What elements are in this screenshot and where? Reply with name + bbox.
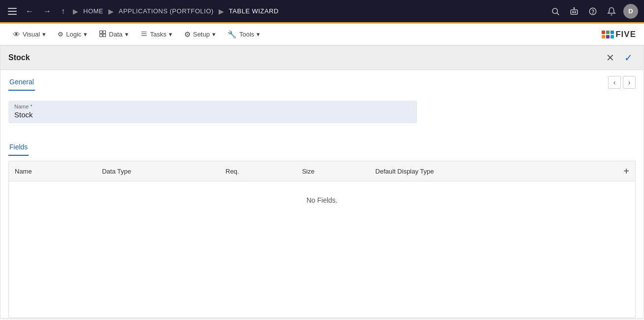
logo-dot-2	[606, 31, 610, 34]
name-field-label: Name *	[14, 104, 411, 109]
breadcrumb-home[interactable]: HOME	[83, 7, 103, 15]
breadcrumb-separator-3: ▶	[219, 7, 224, 15]
logo-dot-6	[611, 35, 614, 38]
logo-dot-4	[602, 35, 605, 38]
form-panel-title: Stock	[8, 53, 30, 62]
hamburger-menu[interactable]	[6, 6, 19, 17]
svg-rect-11	[103, 34, 106, 36]
search-icon[interactable]	[548, 4, 562, 18]
svg-rect-9	[103, 31, 106, 33]
tools-icon: 🔧	[227, 30, 237, 39]
name-field: Name *	[8, 101, 417, 123]
form-panel-header: Stock ✕ ✓	[0, 46, 644, 70]
toolbar-logic-label: Logic	[66, 31, 81, 38]
toolbar-tasks[interactable]: Tasks ▾	[135, 27, 177, 42]
breadcrumb-separator-2: ▶	[108, 7, 114, 15]
svg-rect-8	[100, 31, 102, 33]
logo-dot-1	[602, 31, 605, 34]
svg-point-7	[593, 13, 593, 13]
toolbar-setup[interactable]: ⚙ Setup ▾	[179, 27, 221, 42]
data-icon	[99, 30, 106, 39]
no-fields-row: No Fields.	[9, 181, 635, 219]
five-logo: FIVE	[602, 30, 636, 39]
fields-table-wrapper: Name Data Type Req. Size Default Display…	[8, 161, 636, 318]
tabs-row: General ‹ ›	[0, 70, 644, 91]
col-add: +	[582, 161, 635, 181]
fields-section: Fields Name Data Type Req. Size Default …	[0, 131, 644, 318]
svg-point-0	[552, 8, 558, 14]
toolbar-tasks-label: Tasks	[150, 31, 166, 38]
logo-dot-5	[606, 35, 610, 38]
form-panel-actions: ✕ ✓	[603, 51, 636, 65]
svg-line-1	[557, 13, 559, 15]
confirm-button[interactable]: ✓	[621, 51, 636, 65]
toolbar-tools[interactable]: 🔧 Tools ▾	[223, 27, 265, 42]
tab-prev-button[interactable]: ‹	[608, 76, 621, 89]
form-tabs: General	[8, 74, 45, 91]
toolbar-logic[interactable]: ⚙ Logic ▾	[53, 28, 92, 41]
name-input[interactable]	[14, 110, 411, 119]
top-navigation: ← → ↑ ▶ HOME ▶ APPLICATIONS (PORTFOLIO) …	[0, 0, 644, 24]
tools-dropdown-icon: ▾	[257, 31, 260, 38]
toolbar-data[interactable]: Data ▾	[94, 27, 133, 42]
add-field-button[interactable]: +	[623, 166, 629, 176]
col-size: Size	[296, 161, 369, 181]
col-req: Req.	[220, 161, 296, 181]
tab-next-button[interactable]: ›	[623, 76, 636, 89]
tab-nav-arrows: ‹ ›	[608, 76, 636, 89]
content-area: Stock ✕ ✓ General ‹ › Name *	[0, 45, 644, 319]
eye-icon: 👁	[13, 30, 20, 38]
visual-dropdown-icon: ▾	[42, 31, 46, 38]
help-icon[interactable]	[586, 4, 600, 18]
setup-icon: ⚙	[184, 30, 191, 39]
user-avatar[interactable]: D	[623, 4, 638, 19]
toolbar-visual[interactable]: 👁 Visual ▾	[8, 27, 51, 41]
setup-dropdown-icon: ▾	[212, 31, 216, 38]
fields-table-header: Name Data Type Req. Size Default Display…	[9, 161, 635, 181]
toolbar-visual-label: Visual	[23, 31, 40, 38]
tab-general[interactable]: General	[8, 74, 35, 91]
fields-table-body: No Fields.	[9, 181, 635, 318]
toolbar-setup-label: Setup	[193, 31, 210, 38]
nav-right: D	[548, 4, 638, 19]
form-panel: Stock ✕ ✓ General ‹ › Name *	[0, 45, 644, 319]
svg-rect-10	[100, 34, 102, 36]
back-button[interactable]: ←	[23, 5, 36, 18]
col-display-type: Default Display Type	[369, 161, 582, 181]
tasks-dropdown-icon: ▾	[169, 31, 172, 38]
fields-table-header-row: Name Data Type Req. Size Default Display…	[9, 161, 635, 181]
name-field-group: Name *	[8, 101, 636, 123]
logo-dot-3	[611, 31, 614, 34]
close-button[interactable]: ✕	[603, 51, 617, 65]
breadcrumb-table-wizard[interactable]: TABLE WIZARD	[229, 7, 279, 15]
no-fields-message: No Fields.	[9, 181, 635, 219]
data-dropdown-icon: ▾	[125, 31, 129, 38]
col-data-type: Data Type	[96, 161, 220, 181]
logic-dropdown-icon: ▾	[84, 31, 87, 38]
toolbar-tools-label: Tools	[239, 31, 254, 38]
toolbar-data-label: Data	[109, 31, 122, 38]
tasks-icon	[140, 30, 148, 39]
form-body: Name *	[0, 91, 644, 123]
svg-rect-2	[571, 10, 578, 14]
five-logo-text: FIVE	[615, 30, 636, 39]
breadcrumb-separator-1: ▶	[73, 7, 78, 15]
empty-space-row	[9, 219, 635, 318]
main-toolbar: 👁 Visual ▾ ⚙ Logic ▾ Data ▾ Tasks ▾ ⚙ Se…	[0, 24, 644, 45]
svg-point-4	[575, 11, 576, 12]
fields-tab[interactable]: Fields	[8, 139, 29, 156]
fields-table: Name Data Type Req. Size Default Display…	[9, 161, 635, 318]
breadcrumb-portfolio[interactable]: APPLICATIONS (PORTFOLIO)	[119, 7, 214, 15]
col-name: Name	[9, 161, 96, 181]
svg-point-5	[574, 7, 575, 8]
up-button[interactable]: ↑	[58, 5, 68, 18]
bot-icon[interactable]	[567, 4, 581, 18]
nav-left: ← → ↑ ▶ HOME ▶ APPLICATIONS (PORTFOLIO) …	[6, 5, 548, 18]
forward-button[interactable]: →	[40, 5, 54, 18]
logic-icon: ⚙	[58, 31, 64, 38]
notification-icon[interactable]	[605, 4, 618, 18]
svg-point-3	[573, 11, 574, 12]
toolbar-left: 👁 Visual ▾ ⚙ Logic ▾ Data ▾ Tasks ▾ ⚙ Se…	[8, 27, 265, 42]
